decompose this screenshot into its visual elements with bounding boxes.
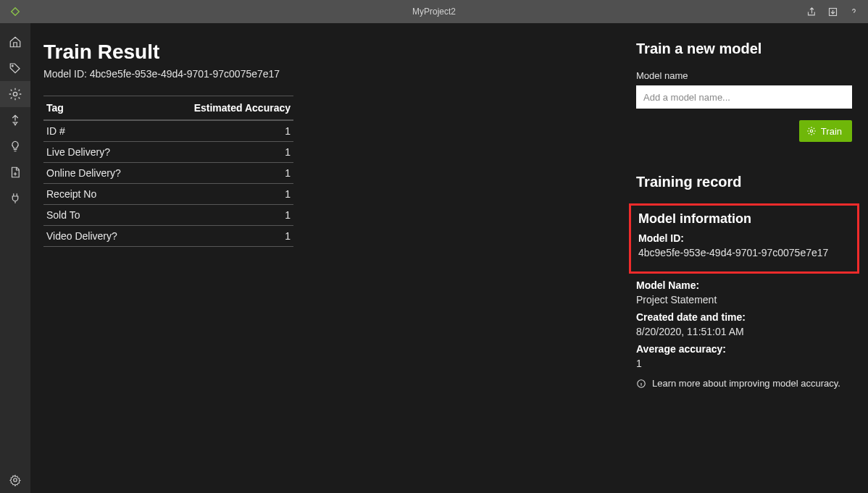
svg-point-3 — [14, 479, 17, 482]
model-name-input[interactable] — [636, 85, 852, 109]
created-label: Created date and time: — [636, 311, 852, 323]
nav-settings-icon[interactable] — [0, 467, 30, 493]
training-record-heading: Training record — [636, 174, 852, 190]
model-id-line: Model ID: 4bc9e5fe-953e-49d4-9701-97c007… — [43, 68, 603, 80]
table-row: Video Delivery?1 — [43, 226, 293, 247]
nav-compose-icon[interactable] — [0, 107, 30, 133]
save-icon[interactable] — [827, 7, 838, 17]
main-content: Train Result Model ID: 4bc9e5fe-953e-49d… — [30, 23, 622, 493]
col-tag: Tag — [43, 96, 154, 121]
model-name-value: Project Statement — [636, 294, 852, 306]
share-icon[interactable] — [806, 7, 817, 17]
learn-more-link[interactable]: Learn more about improving model accurac… — [652, 378, 840, 389]
model-id-value: 4bc9e5fe-953e-49d4-9701-97c0075e7e17 — [638, 247, 850, 258]
train-button-label: Train — [821, 126, 842, 137]
model-id-label: Model ID: — [638, 232, 850, 244]
titlebar: MyProject2 — [0, 0, 868, 23]
nav-plug-icon[interactable] — [0, 185, 30, 211]
results-table: Tag Estimated Accuracy ID #1 Live Delive… — [43, 96, 293, 247]
sidebar — [0, 23, 30, 493]
nav-tag-icon[interactable] — [0, 55, 30, 81]
info-icon — [636, 379, 646, 389]
train-button[interactable]: Train — [799, 120, 852, 142]
avg-accuracy-value: 1 — [636, 358, 852, 369]
help-icon[interactable] — [848, 7, 859, 17]
model-info-heading: Model information — [638, 211, 850, 227]
svg-point-4 — [810, 130, 813, 132]
model-name-label: Model name — [636, 70, 852, 81]
nav-doc-add-icon[interactable] — [0, 159, 30, 185]
table-row: ID #1 — [43, 120, 293, 142]
created-value: 8/20/2020, 11:51:01 AM — [636, 326, 852, 337]
table-row: Receipt No1 — [43, 184, 293, 205]
table-row: Online Delivery?1 — [43, 163, 293, 184]
train-heading: Train a new model — [636, 41, 852, 57]
avg-accuracy-label: Average accuracy: — [636, 343, 852, 355]
col-accuracy: Estimated Accuracy — [154, 96, 293, 121]
window-title: MyProject2 — [412, 7, 456, 17]
nav-bulb-icon[interactable] — [0, 133, 30, 159]
svg-point-1 — [12, 65, 13, 67]
nav-home-icon[interactable] — [0, 29, 30, 55]
app-logo-icon — [0, 6, 30, 17]
table-row: Live Delivery?1 — [43, 142, 293, 163]
model-name-label2: Model Name: — [636, 279, 852, 291]
nav-train-icon[interactable] — [0, 81, 30, 107]
gear-small-icon — [806, 126, 817, 136]
right-panel: Train a new model Model name Train Train… — [622, 23, 868, 493]
model-info-highlight: Model information Model ID: 4bc9e5fe-953… — [629, 203, 859, 274]
table-row: Sold To1 — [43, 205, 293, 226]
page-title: Train Result — [43, 41, 603, 64]
svg-point-2 — [13, 92, 17, 96]
